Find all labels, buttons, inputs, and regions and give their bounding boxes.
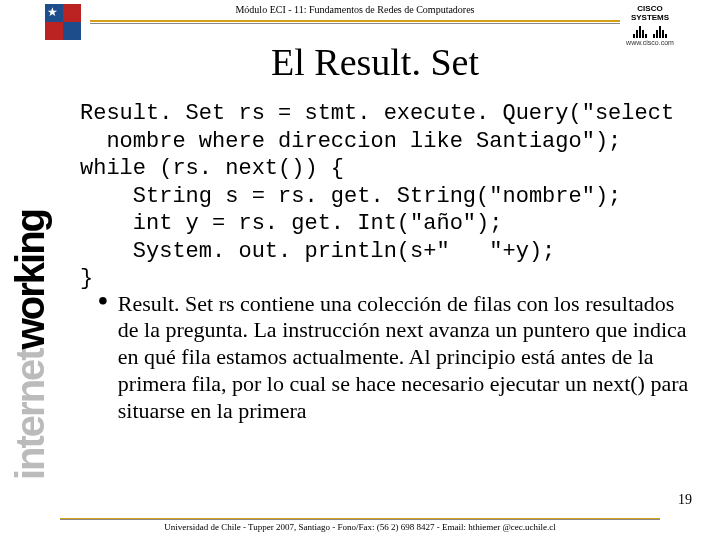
bullet-text: Result. Set rs contiene una colección de… <box>118 291 690 425</box>
code-line: nombre where direccion like Santiago"); <box>80 129 621 154</box>
sidebar-branding: Postítulo internetworking <box>35 40 75 480</box>
code-line: String s = rs. get. String("nombre"); <box>80 184 621 209</box>
code-line: } <box>80 266 93 291</box>
footer-text: Universidad de Chile - Tupper 2007, Sant… <box>164 522 555 532</box>
footer: Universidad de Chile - Tupper 2007, Sant… <box>60 518 660 532</box>
code-line: Result. Set rs = stmt. execute. Query("s… <box>80 101 674 126</box>
code-line: while (rs. next()) { <box>80 156 344 181</box>
cisco-bars-icon <box>620 24 680 38</box>
code-line: System. out. println(s+" "+y); <box>80 239 555 264</box>
cisco-label: CISCO SYSTEMS <box>620 4 680 22</box>
slide-content: Result. Set rs = stmt. execute. Query("s… <box>80 100 690 425</box>
slide-title: El Result. Set <box>90 40 660 84</box>
university-logo: ★ <box>45 4 81 40</box>
slide-number: 19 <box>678 492 692 508</box>
bullet-dot-icon: • <box>98 291 108 311</box>
internetworking-label: internetworking <box>8 210 53 480</box>
code-line: int y = rs. get. Int("año"); <box>80 211 502 236</box>
code-block: Result. Set rs = stmt. execute. Query("s… <box>80 100 690 293</box>
header-divider <box>90 20 620 24</box>
bullet-item: • Result. Set rs contiene una colección … <box>80 291 690 425</box>
module-header: Módulo ECI - 11: Fundamentos de Redes de… <box>90 4 620 15</box>
